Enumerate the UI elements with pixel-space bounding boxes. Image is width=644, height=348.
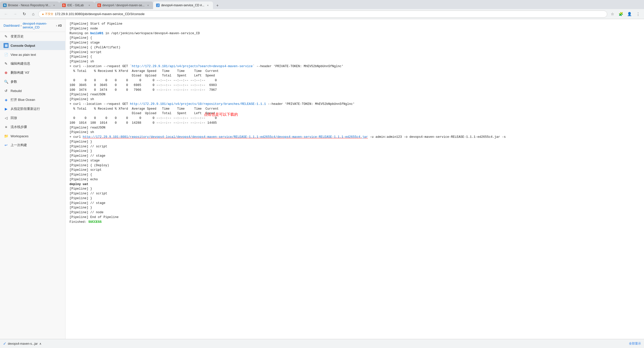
- download-checkmark-icon: ✓: [3, 341, 6, 346]
- sidebar-item-restart-stage[interactable]: ▶ 从指定阶段重新运行: [0, 104, 65, 113]
- curl-link-3[interactable]: http://172.29.9.101:8081/repository/devo…: [83, 135, 368, 139]
- sidebar-item-pipeline-steps[interactable]: ≡ 流水线步骤: [0, 122, 65, 132]
- main-content: Dashboard › devops4-maven-service_CD › #…: [0, 19, 644, 348]
- console-line-30: [Pipeline] }: [69, 149, 640, 154]
- address-bar[interactable]: ▲ 不安全 172.29.9.101:8080/job/devops4-mave…: [38, 11, 607, 18]
- console-line-14: 0 0 0 0 0 0 0 0 --:--:-- --:--:-- --:--:…: [69, 78, 640, 83]
- sidebar-label-prev-build: 上一次构建: [11, 143, 62, 147]
- breadcrumb-dashboard[interactable]: Dashboard: [4, 24, 20, 27]
- browser-chrome: N Browse - Nexus Repository M... × G IDE…: [0, 0, 644, 19]
- console-line-18: [Pipeline] sh: [69, 97, 640, 102]
- gitlab-favicon: G: [62, 4, 66, 7]
- sidebar-item-edit-build-info[interactable]: ✎ 编辑构建信息: [0, 59, 65, 68]
- workspaces-icon: 📁: [4, 134, 9, 139]
- build-node-link[interactable]: build01: [90, 32, 104, 35]
- sidebar-label-workspaces: Workspaces: [11, 134, 62, 138]
- breadcrumb: Dashboard › devops4-maven-service_CD › #…: [0, 19, 65, 32]
- tab-nexus-close[interactable]: ×: [52, 3, 56, 7]
- console-line-44: [Pipeline] End of Pipeline: [69, 215, 640, 220]
- breadcrumb-job[interactable]: devops4-maven-service_CD: [23, 22, 55, 29]
- console-line-8: [Pipeline] {: [69, 55, 640, 59]
- console-line-41: [Pipeline] // stage: [69, 201, 640, 206]
- sidebar-item-change-history[interactable]: ✎ 变更历史: [0, 32, 65, 41]
- prev-build-icon: ↩: [4, 143, 9, 148]
- sidebar-item-delete-build[interactable]: ⊗ 删除构建 '#3': [0, 68, 65, 77]
- sidebar-item-rebuild[interactable]: ↺ Rebuild: [0, 86, 65, 95]
- home-button[interactable]: ⌂: [29, 10, 37, 18]
- tab-jenkins-console[interactable]: J devops4-maven-service_CD #... ×: [153, 2, 213, 9]
- console-line-6: [Pipeline] { (PullArtifact): [69, 45, 640, 50]
- tab-browse-nexus[interactable]: N Browse - Nexus Repository M... ×: [0, 2, 59, 9]
- sidebar-label-view-plain-text: View as plain text: [11, 53, 62, 57]
- breadcrumb-build: #3: [58, 24, 62, 27]
- tab-ide-gitlab[interactable]: G IDE - GitLab ×: [59, 2, 94, 9]
- download-bar: ✓ devops4-maven-s...jar ∧ 全部显示: [0, 339, 644, 348]
- download-chevron-icon[interactable]: ∧: [39, 342, 42, 345]
- console-line-12: Dload Upload Total Spent Left Speed: [69, 73, 640, 78]
- sidebar-label-delete-build: 删除构建 '#3': [11, 70, 62, 75]
- sidebar-item-console-output[interactable]: ▤ Console Output: [0, 41, 65, 50]
- extensions-icon[interactable]: 🧩: [617, 10, 625, 18]
- console-output-icon: ▤: [4, 43, 9, 48]
- sidebar-label-console-output: Console Output: [11, 44, 62, 48]
- forward-button[interactable]: →: [11, 10, 19, 18]
- sidebar-item-workspaces[interactable]: 📁 Workspaces: [0, 132, 65, 141]
- tab-devops4-gitlab-close[interactable]: ×: [146, 3, 150, 7]
- console-line-15: 100 3045 0 3045 0 0 6985 0 --:--:-- --:-…: [69, 83, 640, 88]
- restart-stage-icon: ▶: [4, 106, 9, 111]
- show-all-downloads[interactable]: 全部显示: [629, 341, 641, 346]
- reload-button[interactable]: ↻: [20, 10, 28, 18]
- sidebar-item-prev-build[interactable]: ↩ 上一次构建: [0, 141, 65, 150]
- rebuild-icon: ↺: [4, 88, 9, 93]
- console-line-10: + curl --location --request GET `http://…: [69, 64, 640, 69]
- console-line-21: Dload Upload Total Spent Left Speed: [69, 111, 640, 116]
- back-icon: ◁: [4, 115, 9, 120]
- success-status: SUCCESS: [88, 220, 102, 224]
- change-history-icon: ✎: [4, 34, 9, 39]
- back-button[interactable]: ←: [2, 10, 10, 18]
- security-warning: ▲ 不安全: [42, 12, 53, 16]
- console-line-29: [Pipeline] // script: [69, 144, 640, 149]
- tab-jenkins-label: devops4-maven-service_CD #...: [161, 4, 204, 7]
- tab-nexus-label: Browse - Nexus Repository M...: [8, 4, 51, 7]
- edit-build-info-icon: ✎: [4, 61, 9, 66]
- sidebar-item-blue-ocean[interactable]: ◈ 打开 Blue Ocean: [0, 95, 65, 104]
- sidebar-label-back: 回放: [11, 116, 62, 120]
- console-line-4: [Pipeline] {: [69, 36, 640, 40]
- breadcrumb-sep1: ›: [21, 24, 22, 27]
- console-line-38: [Pipeline] }: [69, 187, 640, 191]
- console-line-45: Finished: SUCCESS: [69, 220, 640, 225]
- curl-link-2[interactable]: http://172.29.9.101/api/v4/projects/10/r…: [130, 102, 266, 106]
- curl-link-1[interactable]: http://172.29.9.101/api/v4/projects?sear…: [132, 65, 253, 68]
- sidebar-label-params: 参数: [11, 79, 62, 84]
- tab-gitlab-close[interactable]: ×: [87, 3, 91, 7]
- tab-devops4-gitlab[interactable]: G devops4 / devops4-maven-se... ×: [94, 2, 153, 9]
- bookmarks-icon[interactable]: ☆: [608, 10, 616, 18]
- console-output-area[interactable]: [Pipeline] Start of Pipeline [Pipeline] …: [65, 19, 644, 348]
- profile-icon[interactable]: 👤: [625, 10, 633, 18]
- sidebar-item-view-plain-text[interactable]: 📄 View as plain text: [0, 50, 65, 59]
- console-line-34: [Pipeline] script: [69, 168, 640, 172]
- menu-icon[interactable]: ⋮: [634, 10, 642, 18]
- console-line-16: 100 3474 0 3474 0 0 7966 0 --:--:-- --:-…: [69, 88, 640, 93]
- params-icon: 🔍: [4, 79, 9, 84]
- nexus-favicon: N: [3, 4, 7, 7]
- tab-jenkins-close[interactable]: ×: [206, 3, 210, 7]
- pipeline-steps-icon: ≡: [4, 124, 9, 129]
- console-line-5: [Pipeline] stage: [69, 40, 640, 45]
- console-line-31: [Pipeline] // stage: [69, 154, 640, 158]
- delete-build-icon: ⊗: [4, 70, 9, 75]
- sidebar-item-params[interactable]: 🔍 参数: [0, 77, 65, 86]
- sidebar-label-edit-build-info: 编辑构建信息: [11, 61, 62, 66]
- jenkins-favicon: J: [156, 4, 160, 7]
- sidebar: Dashboard › devops4-maven-service_CD › #…: [0, 19, 65, 348]
- toolbar-icons: ☆ 🧩 👤 ⋮: [608, 10, 642, 18]
- sidebar-item-back[interactable]: ◁ 回放: [0, 113, 65, 122]
- console-line-23: 0 0 0 0 0 0 0 0 --:--:-- --:--:-- --:--:…: [69, 116, 640, 121]
- console-line-1: [Pipeline] Start of Pipeline: [69, 22, 640, 26]
- console-line-17: [Pipeline] readJSON: [69, 92, 640, 97]
- console-line-11: % Total % Received % Xferd Average Speed…: [69, 69, 640, 74]
- new-tab-button[interactable]: +: [214, 2, 221, 9]
- sidebar-label-change-history: 变更历史: [11, 34, 62, 39]
- console-line-3: Running on build01 in /opt/jenkins/works…: [69, 31, 640, 36]
